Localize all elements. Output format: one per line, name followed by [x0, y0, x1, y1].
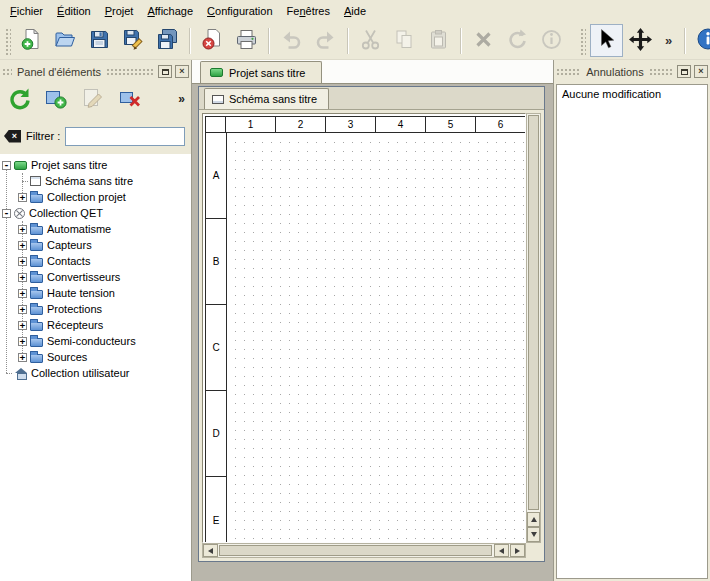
float-panel-button[interactable] — [677, 65, 691, 78]
tree-item[interactable]: +Convertisseurs — [0, 269, 191, 285]
dock-grip[interactable] — [649, 68, 674, 76]
menu-item-configuration[interactable]: Configuration — [200, 1, 279, 21]
horizontal-scrollbar[interactable] — [202, 543, 526, 558]
scroll-right-button[interactable] — [510, 544, 525, 557]
rotate-icon — [506, 28, 529, 54]
expand-icon[interactable]: + — [18, 321, 27, 330]
tree-item-label: Contacts — [47, 255, 90, 267]
tree-item[interactable]: +Récepteurs — [0, 317, 191, 333]
scroll-left-button-2[interactable] — [494, 544, 509, 557]
save-button[interactable] — [83, 24, 116, 57]
vscroll-thumb[interactable] — [528, 115, 539, 510]
expand-icon[interactable]: + — [18, 257, 27, 266]
folder-icon — [30, 338, 43, 347]
expand-icon[interactable]: + — [18, 353, 27, 362]
element-tree[interactable]: -Projet sans titreSchéma sans titre+Coll… — [0, 154, 191, 581]
expand-icon[interactable]: + — [18, 273, 27, 282]
tree-item[interactable]: +Contacts — [0, 253, 191, 269]
tree-item[interactable]: +Capteurs — [0, 237, 191, 253]
filter-input[interactable] — [65, 127, 185, 146]
toolbar-overflow-button[interactable]: » — [658, 33, 679, 48]
save-as-button[interactable] — [117, 24, 150, 57]
scroll-up-button[interactable] — [527, 512, 540, 527]
info-button[interactable] — [535, 24, 568, 57]
collapse-icon[interactable]: - — [2, 161, 11, 170]
redo-button[interactable] — [309, 24, 342, 57]
tree-item[interactable]: Schéma sans titre — [0, 173, 191, 189]
paste-button[interactable] — [422, 24, 455, 57]
float-panel-button[interactable] — [158, 65, 172, 78]
cut-button[interactable] — [354, 24, 387, 57]
copy-button[interactable] — [388, 24, 421, 57]
hscroll-thumb[interactable] — [219, 545, 492, 556]
menu-item-affichage[interactable]: Affichage — [140, 1, 200, 21]
undo-list[interactable]: Aucune modification — [556, 84, 708, 579]
expand-icon[interactable]: + — [18, 305, 27, 314]
menu-item-fenetres[interactable]: Fenêtres — [280, 1, 337, 21]
scroll-down-button[interactable] — [527, 527, 540, 542]
new-element-button[interactable] — [41, 84, 71, 114]
clear-filter-icon[interactable]: × — [4, 130, 21, 143]
open-document-button[interactable] — [49, 24, 82, 57]
dock-grip[interactable] — [556, 68, 581, 76]
tab-projet-sans-titre[interactable]: Projet sans titre — [200, 61, 322, 83]
close-document-button[interactable] — [196, 24, 229, 57]
menu-item-fichier[interactable]: Fichier — [3, 1, 50, 21]
expand-icon[interactable]: + — [18, 193, 27, 202]
cursor-arrow-icon — [595, 28, 618, 54]
menu-item-aide[interactable]: Aide — [337, 1, 373, 21]
undo-button[interactable] — [275, 24, 308, 57]
tree-item[interactable]: +Collection projet — [0, 189, 191, 205]
tree-item[interactable]: +Protections — [0, 301, 191, 317]
arrow-left-icon — [499, 548, 504, 554]
toolbar-handle[interactable] — [579, 27, 586, 55]
tree-item[interactable]: Collection utilisateur — [0, 365, 191, 381]
reload-collections-button[interactable] — [4, 84, 34, 114]
delete-element-button[interactable] — [115, 84, 145, 114]
dock-grip[interactable] — [2, 68, 12, 76]
tree-item[interactable]: +Automatisme — [0, 221, 191, 237]
arrow-left-icon — [208, 548, 213, 554]
edit-element-button[interactable] — [78, 84, 108, 114]
menu-item-projet[interactable]: Projet — [98, 1, 141, 21]
new-document-button[interactable] — [15, 24, 48, 57]
select-mode-button[interactable] — [590, 24, 623, 57]
save-all-button[interactable] — [151, 24, 184, 57]
row-label: A — [206, 133, 227, 219]
schema-icon — [212, 95, 224, 104]
dock-grip[interactable] — [106, 68, 155, 76]
vertical-scrollbar[interactable] — [526, 113, 541, 543]
undo-panel-titlebar[interactable]: Annulations × — [556, 64, 708, 79]
expand-icon[interactable]: + — [18, 241, 27, 250]
delete-element-icon — [118, 86, 142, 113]
expand-icon[interactable]: + — [18, 225, 27, 234]
print-button[interactable] — [230, 24, 263, 57]
expand-icon[interactable]: + — [18, 289, 27, 298]
panel-toolbar-overflow-button[interactable]: » — [178, 92, 185, 106]
about-button[interactable] — [691, 24, 710, 57]
delete-button[interactable] — [467, 24, 500, 57]
row-label: C — [206, 305, 227, 391]
toolbar-handle[interactable] — [4, 27, 11, 55]
tab-schema-sans-titre[interactable]: Schéma sans titre — [204, 88, 329, 109]
expand-icon[interactable]: + — [18, 337, 27, 346]
home-icon — [14, 368, 27, 379]
diagram-window: Schéma sans titre 123456 ABCDE — [198, 86, 545, 562]
tree-item[interactable]: -Projet sans titre — [0, 157, 191, 173]
diagram-viewport[interactable]: 123456 ABCDE — [202, 113, 526, 543]
menu-item-edition[interactable]: Édition — [50, 1, 98, 21]
project-icon — [210, 68, 223, 77]
pan-mode-button[interactable] — [624, 24, 657, 57]
float-icon — [681, 69, 688, 75]
tree-item[interactable]: -Collection QET — [0, 205, 191, 221]
grid-area[interactable] — [227, 134, 525, 543]
rotate-button[interactable] — [501, 24, 534, 57]
close-panel-button[interactable]: × — [694, 65, 708, 78]
tree-item[interactable]: +Haute tension — [0, 285, 191, 301]
collapse-icon[interactable]: - — [2, 209, 11, 218]
close-panel-button[interactable]: × — [175, 65, 189, 78]
tree-item[interactable]: +Sources — [0, 349, 191, 365]
elements-panel-titlebar[interactable]: Panel d'éléments × — [2, 64, 189, 79]
scroll-left-button[interactable] — [203, 544, 218, 557]
tree-item[interactable]: +Semi-conducteurs — [0, 333, 191, 349]
